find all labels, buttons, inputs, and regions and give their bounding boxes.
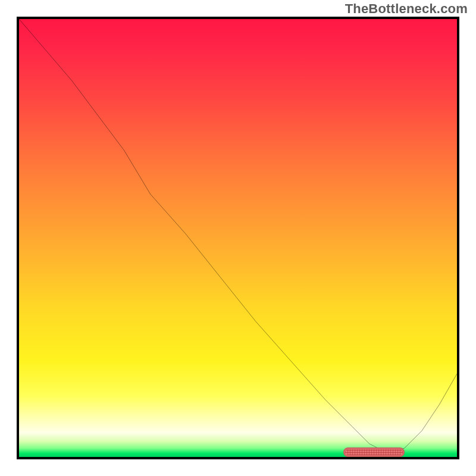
optimal-marker xyxy=(343,447,405,457)
watermark-text: TheBottleneck.com xyxy=(345,1,468,17)
line-series xyxy=(19,19,457,457)
plot-area xyxy=(17,17,459,459)
optimal-marker-pill xyxy=(343,447,405,457)
chart-container: TheBottleneck.com xyxy=(0,0,476,476)
